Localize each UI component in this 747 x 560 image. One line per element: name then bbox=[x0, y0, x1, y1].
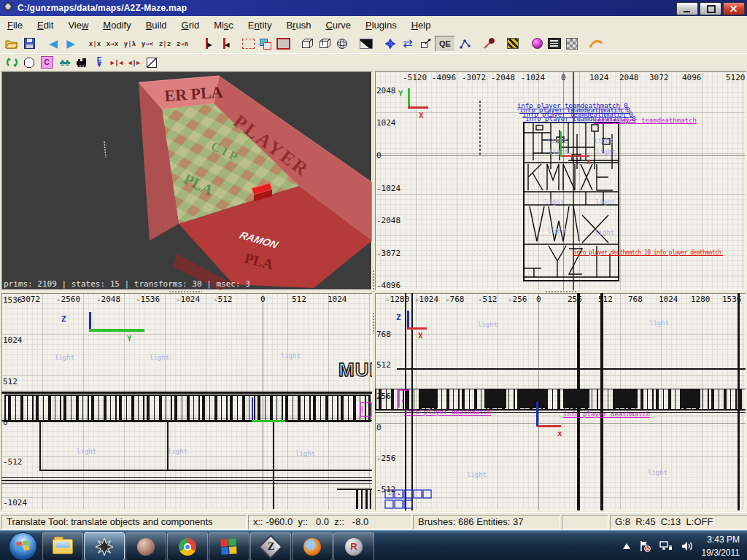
close-button[interactable] bbox=[723, 2, 745, 15]
flip-y-icon: y|λ bbox=[124, 40, 136, 47]
flip-x-button[interactable]: x|x bbox=[86, 36, 104, 52]
cube-button[interactable] bbox=[298, 36, 316, 52]
viewport-xy-top[interactable]: -5120 -4096 -3072 -2048 -1024 0 1024 204… bbox=[375, 71, 746, 290]
map-editor-icon bbox=[95, 537, 114, 556]
sphere-button[interactable] bbox=[333, 36, 351, 52]
viewport-xz-front[interactable]: -1280 -1024 -768 -512 -256 0 256 512 768… bbox=[375, 293, 746, 510]
mirror-y-button[interactable]: y→< bbox=[139, 36, 156, 52]
light-entity-label: light bbox=[55, 354, 74, 361]
light-entity-label: light bbox=[549, 148, 568, 155]
scale-tool-button[interactable] bbox=[417, 36, 434, 52]
volume-icon[interactable] bbox=[681, 541, 693, 551]
move-arrows-icon bbox=[384, 37, 397, 50]
action-center-icon[interactable] bbox=[639, 540, 651, 552]
ruler-label: -1024 bbox=[521, 73, 545, 82]
ruler-label: -2048 bbox=[376, 216, 400, 225]
polygon-button[interactable] bbox=[20, 55, 38, 71]
select-inside-button[interactable] bbox=[274, 36, 292, 52]
menu-curve[interactable]: Curve bbox=[318, 18, 358, 33]
console-button[interactable] bbox=[546, 36, 563, 52]
entity-tool-button[interactable] bbox=[528, 36, 546, 52]
vertical-splitter[interactable] bbox=[372, 270, 375, 292]
menu-help[interactable]: Help bbox=[404, 18, 438, 33]
origin-z-bar bbox=[536, 402, 538, 427]
nodraw-button[interactable] bbox=[143, 55, 160, 71]
translate-button[interactable] bbox=[382, 36, 399, 52]
minimize-button[interactable] bbox=[676, 2, 698, 15]
compile-button[interactable] bbox=[480, 36, 498, 52]
taskbar-chrome-button[interactable] bbox=[167, 532, 208, 560]
save-button[interactable] bbox=[20, 36, 38, 52]
qe-toggle-button[interactable]: QE bbox=[434, 36, 456, 52]
maximize-button[interactable] bbox=[700, 2, 721, 15]
taskbar-app-sphere-button[interactable] bbox=[125, 532, 166, 560]
flip-x-icon: x|x bbox=[89, 40, 101, 47]
clip-tool-button[interactable]: ▶ bbox=[198, 36, 215, 52]
horizontal-splitter[interactable] bbox=[169, 290, 202, 293]
clock[interactable]: 3:43 PM 19/3/2011 bbox=[702, 533, 740, 559]
cube-alt-button[interactable] bbox=[316, 36, 333, 52]
viewport-yz-side[interactable]: -3072 -2560 -2048 -1536 -1024 -512 0 512… bbox=[1, 293, 372, 510]
firefox-icon bbox=[303, 538, 321, 556]
texture-browser-button[interactable] bbox=[563, 36, 581, 52]
menu-brush[interactable]: Brush bbox=[279, 18, 318, 33]
texture-view-icon bbox=[360, 39, 373, 49]
menu-edit[interactable]: Edit bbox=[30, 18, 61, 33]
clip-tool-alt-button[interactable]: ◀ bbox=[215, 36, 233, 52]
ruler-label: 256 bbox=[568, 295, 582, 304]
mirror-y-icon: y→< bbox=[142, 40, 153, 47]
taskbar-firefox-button[interactable] bbox=[292, 532, 333, 560]
vertical-splitter[interactable] bbox=[372, 312, 375, 334]
menu-plugins[interactable]: Plugins bbox=[358, 18, 404, 33]
foliage-icon: ♣♣ bbox=[59, 57, 69, 68]
menu-view[interactable]: View bbox=[61, 18, 96, 33]
texture-view-button[interactable] bbox=[357, 36, 375, 52]
menu-modify[interactable]: Modify bbox=[96, 18, 138, 33]
taskbar-avg-button[interactable] bbox=[209, 532, 249, 560]
nav-forward-button[interactable]: ▶ bbox=[62, 36, 80, 52]
train-icon bbox=[75, 57, 89, 68]
vertex-edit-button[interactable] bbox=[456, 36, 473, 52]
taskbar-raptr-button[interactable]: R bbox=[333, 532, 374, 560]
origin-x-label: x bbox=[557, 429, 562, 438]
texture-lock-button[interactable] bbox=[504, 36, 522, 52]
taskbar-map-editor-button[interactable] bbox=[84, 532, 125, 560]
menu-entity[interactable]: Entity bbox=[241, 18, 279, 33]
open-button[interactable] bbox=[3, 36, 20, 52]
window-titlebar[interactable]: C:/gunzmaps/data/maps/A2Z-Maze.map bbox=[0, 0, 747, 16]
mirror-z-button[interactable]: z→n bbox=[174, 36, 191, 52]
flip-z-button[interactable]: z|z bbox=[156, 36, 174, 52]
ruler-label: 1536 bbox=[3, 295, 23, 305]
light-entity-label: light bbox=[295, 450, 315, 457]
tray-expand-button[interactable] bbox=[623, 543, 630, 549]
collapse-button[interactable]: ►|◄ bbox=[108, 55, 125, 71]
floor-texture-text-2: PLA bbox=[181, 170, 217, 200]
menu-file[interactable]: File bbox=[0, 18, 30, 33]
horizontal-splitter[interactable] bbox=[545, 290, 578, 293]
rotate-tool-button[interactable]: ⇄ bbox=[399, 36, 417, 52]
flip-y-button[interactable]: y|λ bbox=[121, 36, 139, 52]
entity-drop-button[interactable]: E▾ bbox=[90, 55, 108, 71]
curve-cap-button[interactable]: C bbox=[38, 55, 55, 71]
toolbar-main: ◀ ▶ x|x x→x y|λ y→< z|z z→n ▶ ◀ ⇄ QE bbox=[0, 34, 747, 53]
menu-misc[interactable]: Misc bbox=[206, 18, 241, 33]
foliage-button[interactable]: ♣♣ bbox=[55, 55, 73, 71]
nav-back-button[interactable]: ◀ bbox=[44, 36, 62, 52]
menu-grid[interactable]: Grid bbox=[174, 18, 207, 33]
arrows-in-icon: ►|◄ bbox=[109, 59, 124, 66]
taskbar-z-app-button[interactable]: Z bbox=[250, 532, 291, 560]
mirror-x-button[interactable]: x→x bbox=[104, 36, 121, 52]
curve-tool-button[interactable] bbox=[587, 36, 605, 52]
train-button[interactable] bbox=[73, 55, 90, 71]
menu-build[interactable]: Build bbox=[139, 18, 174, 33]
taskbar-explorer-button[interactable] bbox=[42, 532, 83, 560]
start-button[interactable] bbox=[9, 532, 37, 560]
axis-y-bar bbox=[89, 329, 144, 332]
select-touching-button[interactable] bbox=[239, 36, 257, 52]
network-icon[interactable] bbox=[659, 540, 673, 551]
viewport-3d-camera[interactable]: ER PLA PLAYER C I P PLA PLA RAMON prims:… bbox=[1, 71, 372, 290]
expand-button[interactable]: ◄|► bbox=[125, 55, 143, 71]
clone-button[interactable] bbox=[257, 36, 274, 52]
free-rotate-button[interactable] bbox=[3, 55, 20, 71]
ruler-label: 768 bbox=[628, 295, 643, 304]
